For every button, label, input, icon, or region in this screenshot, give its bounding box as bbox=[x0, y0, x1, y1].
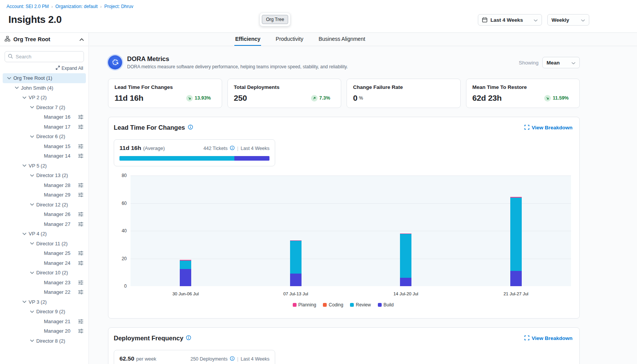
tree-item-vp-3-2[interactable]: VP 3 (2) bbox=[3, 297, 86, 307]
tree-item-director-6-2[interactable]: Director 6 (2) bbox=[3, 132, 86, 142]
chevron-down-icon[interactable] bbox=[13, 86, 21, 89]
sliders-icon[interactable] bbox=[78, 114, 84, 119]
sliders-icon[interactable] bbox=[78, 251, 84, 256]
chevron-down-icon[interactable] bbox=[20, 300, 29, 303]
collapse-sidebar-icon[interactable] bbox=[79, 36, 84, 43]
bar-segment-review bbox=[290, 241, 302, 274]
date-range-select[interactable]: Last 4 Weeks bbox=[478, 14, 542, 26]
breadcrumb-item[interactable]: Account: SEI 2.0 PM bbox=[6, 4, 49, 9]
legend-item-review[interactable]: Review bbox=[350, 302, 371, 308]
tab-bar: EfficiencyProductivityBusiness Alignment bbox=[89, 33, 637, 46]
chevron-down-icon[interactable] bbox=[20, 96, 29, 99]
lead-time-summary-value: 11d 16h bbox=[119, 145, 141, 151]
tree-item-manager-15[interactable]: Manager 15 bbox=[3, 142, 86, 151]
tree-item-label: VP 3 (2) bbox=[29, 299, 47, 305]
dora-title: DORA Metrics bbox=[127, 55, 348, 63]
stacked-bar-14-jul-20-jul[interactable] bbox=[400, 234, 411, 286]
chevron-down-icon[interactable] bbox=[28, 310, 36, 313]
info-icon[interactable] bbox=[188, 124, 193, 131]
tree-item-manager-28[interactable]: Manager 28 bbox=[3, 180, 86, 190]
tree-item-org-tree-root-1[interactable]: Org Tree Root (1) bbox=[3, 73, 86, 83]
tree-item-vp-5-2[interactable]: VP 5 (2) bbox=[3, 161, 86, 171]
tree-item-manager-16[interactable]: Manager 16 bbox=[3, 112, 86, 122]
tree-item-manager-26[interactable]: Manager 26 bbox=[3, 209, 86, 219]
tree-item-vp-2-2[interactable]: VP 2 (2) bbox=[3, 93, 86, 103]
chevron-down-icon[interactable] bbox=[28, 106, 36, 109]
info-icon[interactable] bbox=[230, 145, 235, 151]
stacked-bar-21-jul-27-jul[interactable] bbox=[510, 197, 522, 286]
chevron-down-icon[interactable] bbox=[28, 135, 36, 138]
legend-item-coding[interactable]: Coding bbox=[323, 302, 343, 308]
breadcrumb-item[interactable]: Project: Dhruv bbox=[104, 4, 133, 9]
sliders-icon[interactable] bbox=[78, 290, 84, 295]
tree-item-manager-22[interactable]: Manager 22 bbox=[3, 287, 86, 297]
sliders-icon[interactable] bbox=[78, 192, 84, 197]
tree-item-label: Director 12 (2) bbox=[36, 202, 68, 208]
info-icon[interactable] bbox=[230, 356, 235, 362]
sliders-icon[interactable] bbox=[78, 153, 84, 158]
sliders-icon[interactable] bbox=[78, 329, 84, 333]
tree-item-manager-27[interactable]: Manager 27 bbox=[3, 219, 86, 229]
trend-badge: 11.59% bbox=[544, 95, 569, 101]
tree-item-vp-4-2[interactable]: VP 4 (2) bbox=[3, 229, 86, 239]
metric-card-total-deployments: Total Deployments2507.3% bbox=[227, 79, 342, 108]
lead-time-view-breakdown-link[interactable]: View Breakdown bbox=[524, 125, 572, 131]
chevron-down-icon[interactable] bbox=[20, 232, 29, 235]
tree-item-manager-24[interactable]: Manager 24 bbox=[3, 258, 86, 268]
tree-item-director-12-2[interactable]: Director 12 (2) bbox=[3, 200, 86, 210]
x-tick-label: 30 Jun-06 Jul bbox=[173, 292, 199, 296]
tab-productivity[interactable]: Productivity bbox=[275, 33, 304, 46]
tree-item-director-11-2[interactable]: Director 11 (2) bbox=[3, 239, 86, 249]
sliders-icon[interactable] bbox=[78, 280, 84, 285]
org-tree-button[interactable]: Org Tree bbox=[262, 15, 288, 24]
chevron-down-icon[interactable] bbox=[28, 242, 36, 245]
legend-item-build[interactable]: Build bbox=[378, 302, 394, 308]
sliders-icon[interactable] bbox=[78, 124, 84, 129]
stacked-bar-07-jul-13-jul[interactable] bbox=[290, 240, 302, 286]
search-input[interactable] bbox=[16, 54, 81, 60]
tree-item-manager-25[interactable]: Manager 25 bbox=[3, 248, 86, 258]
chevron-down-icon[interactable] bbox=[28, 271, 36, 274]
expand-all-link[interactable]: Expand All bbox=[56, 66, 83, 71]
tab-efficiency[interactable]: Efficiency bbox=[234, 33, 261, 46]
tree-item-manager-29[interactable]: Manager 29 bbox=[3, 190, 86, 200]
sliders-icon[interactable] bbox=[78, 183, 84, 188]
gridline bbox=[131, 203, 571, 204]
sliders-icon[interactable] bbox=[78, 212, 84, 217]
page-title: Insights 2.0 bbox=[8, 14, 61, 26]
sliders-icon[interactable] bbox=[78, 261, 84, 266]
breadcrumb-item[interactable]: Organization: default bbox=[55, 4, 98, 9]
y-tick-label: 0 bbox=[124, 283, 127, 289]
chevron-down-icon[interactable] bbox=[28, 203, 36, 206]
sliders-icon[interactable] bbox=[78, 222, 84, 227]
tree-item-john-smith-4[interactable]: John Smith (4) bbox=[3, 83, 86, 93]
tree-item-manager-23[interactable]: Manager 23 bbox=[3, 278, 86, 288]
granularity-select[interactable]: Weekly bbox=[547, 14, 589, 26]
legend-item-planning[interactable]: Planning bbox=[293, 302, 316, 308]
sliders-icon[interactable] bbox=[78, 144, 84, 149]
tree-item-director-9-2[interactable]: Director 9 (2) bbox=[3, 307, 86, 317]
tree-item-manager-14[interactable]: Manager 14 bbox=[3, 151, 86, 161]
tree-item-manager-17[interactable]: Manager 17 bbox=[3, 122, 86, 132]
tree-item-manager-20[interactable]: Manager 20 bbox=[3, 326, 86, 336]
sliders-icon[interactable] bbox=[78, 319, 84, 324]
info-icon[interactable] bbox=[186, 335, 191, 342]
tree-item-director-10-2[interactable]: Director 10 (2) bbox=[3, 268, 86, 278]
bar-segment-build bbox=[290, 274, 302, 286]
bar-segment-review bbox=[180, 261, 191, 269]
divider: | bbox=[237, 356, 238, 362]
legend-swatch bbox=[378, 303, 382, 307]
metric-value: 250 bbox=[234, 93, 247, 103]
chevron-down-icon[interactable] bbox=[20, 164, 29, 167]
stacked-bar-30-jun-06-jul[interactable] bbox=[180, 260, 191, 286]
tree-item-manager-21[interactable]: Manager 21 bbox=[3, 317, 86, 327]
chevron-down-icon[interactable] bbox=[28, 174, 36, 177]
deployment-view-breakdown-link[interactable]: View Breakdown bbox=[524, 335, 572, 341]
chevron-down-icon[interactable] bbox=[5, 77, 13, 80]
tab-business-alignment[interactable]: Business Alignment bbox=[318, 33, 366, 46]
tree-item-director-8-2[interactable]: Director 8 (2) bbox=[3, 336, 86, 346]
showing-select[interactable]: Mean bbox=[542, 57, 580, 68]
tree-item-director-7-2[interactable]: Director 7 (2) bbox=[3, 103, 86, 113]
tree-item-director-13-2[interactable]: Director 13 (2) bbox=[3, 171, 86, 180]
chevron-down-icon[interactable] bbox=[28, 339, 36, 342]
